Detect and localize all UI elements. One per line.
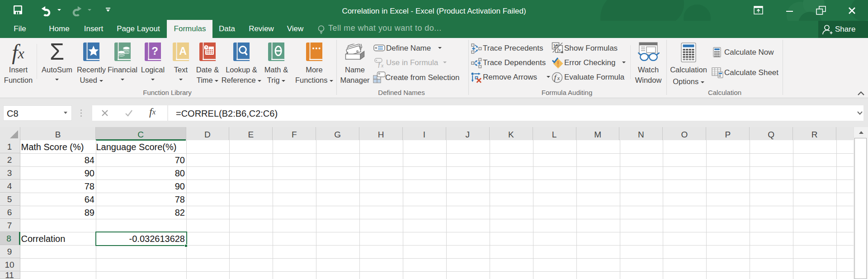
- svg-text:x: x: [381, 62, 384, 68]
- svg-text:?: ?: [151, 45, 158, 57]
- svg-text:fx: fx: [557, 47, 561, 52]
- svg-text:x: x: [557, 75, 560, 81]
- svg-text:f: f: [554, 73, 557, 82]
- svg-text:A: A: [179, 45, 187, 57]
- svg-text:!: !: [557, 60, 559, 68]
